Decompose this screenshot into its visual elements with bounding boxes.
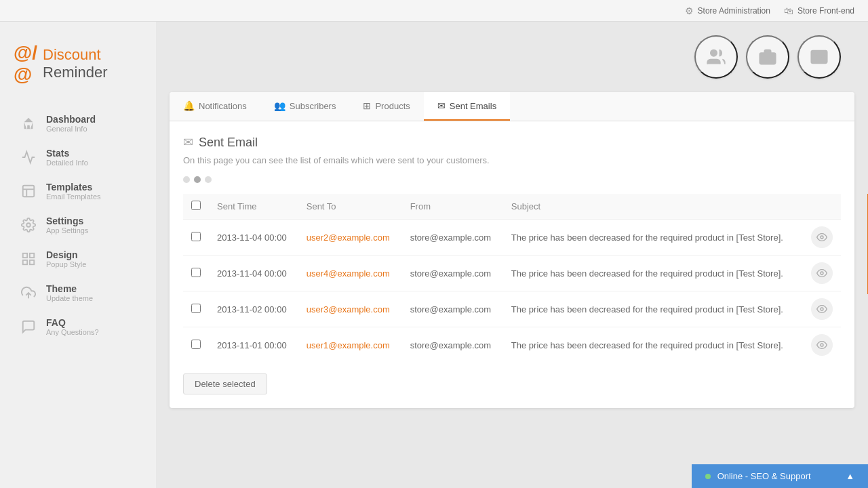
- faq-icon: [19, 317, 38, 336]
- row-checkbox-cell: [183, 220, 209, 256]
- dot-2: [194, 176, 201, 183]
- email-icon-btn[interactable]: [797, 35, 841, 79]
- row-checkbox-cell: [183, 327, 209, 363]
- select-all-checkbox[interactable]: [191, 201, 201, 210]
- sent-to-email-3[interactable]: user1@example.com: [307, 340, 390, 350]
- sent-emails-tab-icon: ✉: [437, 100, 446, 111]
- chevron-up-icon: ▲: [846, 471, 854, 481]
- dashboard-title: Dashboard: [46, 114, 96, 125]
- chart-icon: [19, 114, 38, 133]
- online-support-bar[interactable]: Online - SEO & Support ▲: [692, 464, 868, 488]
- templates-sub: Email Templates: [46, 192, 101, 201]
- tab-sent-emails[interactable]: ✉ Sent Emails: [424, 92, 510, 121]
- cell-sent-time-1: 2013-11-04 00:00: [209, 256, 298, 291]
- stats-sub: Detailed Info: [46, 159, 88, 167]
- cell-from-1: store@example.com: [402, 256, 503, 291]
- content-area: 🔔 Notifications 👥 Subscribers ⊞ Products…: [156, 22, 868, 488]
- cell-action-3: [803, 327, 841, 363]
- svg-rect-5: [30, 253, 34, 258]
- svg-point-3: [26, 223, 31, 227]
- store-admin-label: Store Administration: [698, 6, 770, 16]
- theme-text: Theme Update theme: [46, 283, 93, 302]
- row-checkbox-3[interactable]: [191, 340, 201, 349]
- cell-subject-1: The price has been decreased for the req…: [503, 256, 803, 291]
- header-sent-time: Sent Time: [209, 194, 298, 220]
- table-row: 2013-11-02 00:00 user3@example.com store…: [183, 291, 841, 327]
- design-sub: Popup Style: [46, 260, 86, 268]
- row-checkbox-2[interactable]: [191, 304, 201, 313]
- row-checkbox-1[interactable]: [191, 268, 201, 277]
- templates-icon: [19, 182, 38, 201]
- dashboard-text: Dashboard General Info: [46, 114, 96, 133]
- cell-subject-3: The price has been decreased for the req…: [503, 327, 803, 363]
- cell-from-3: store@example.com: [402, 327, 503, 363]
- admin-icon-btn[interactable]: [746, 35, 789, 79]
- dashboard-sub: General Info: [46, 125, 96, 133]
- view-button-2[interactable]: [811, 298, 833, 320]
- cell-action-1: [803, 256, 841, 291]
- stats-text: Stats Detailed Info: [46, 148, 88, 167]
- view-button-0[interactable]: [811, 226, 833, 248]
- sent-to-email-2[interactable]: user3@example.com: [307, 304, 390, 314]
- main-panel: 🔔 Notifications 👥 Subscribers ⊞ Products…: [170, 92, 854, 408]
- panel-title-text: Sent Email: [199, 136, 258, 150]
- svg-rect-7: [23, 260, 27, 264]
- cell-sent-to-1: user4@example.com: [298, 256, 402, 291]
- emails-table: Sent Time Sent To From Subject 2013-11-0…: [183, 194, 841, 363]
- row-checkbox-0[interactable]: [191, 232, 201, 241]
- sidebar-item-dashboard[interactable]: Dashboard General Info: [5, 107, 151, 140]
- title-envelope-icon: ✉: [183, 135, 193, 150]
- design-icon: [19, 249, 38, 268]
- logo-name: Discount Reminder: [43, 46, 107, 82]
- sidebar: @/@ Discount Reminder Dashboard General …: [0, 22, 156, 488]
- sidebar-item-settings[interactable]: Settings App Settings: [5, 209, 151, 241]
- view-button-3[interactable]: [811, 334, 833, 356]
- table-row: 2013-11-01 00:00 user1@example.com store…: [183, 327, 841, 363]
- theme-icon: [19, 283, 38, 302]
- stats-icon: [19, 148, 38, 167]
- row-checkbox-cell: [183, 256, 209, 291]
- tab-bar: 🔔 Notifications 👥 Subscribers ⊞ Products…: [170, 92, 854, 121]
- cell-sent-time-3: 2013-11-01 00:00: [209, 327, 298, 363]
- view-button-1[interactable]: [811, 262, 833, 284]
- sent-to-email-0[interactable]: user2@example.com: [307, 232, 390, 243]
- notifications-tab-icon: 🔔: [183, 100, 195, 111]
- header-checkbox-col: [183, 194, 209, 220]
- logo-area: @/@ Discount Reminder: [0, 35, 156, 106]
- svg-rect-4: [23, 253, 27, 258]
- sidebar-item-faq[interactable]: FAQ Any Questions?: [5, 310, 151, 343]
- header-from: From: [402, 194, 503, 220]
- store-admin-link[interactable]: ⚙ Store Administration: [685, 5, 770, 16]
- store-frontend-link[interactable]: 🛍 Store Front-end: [784, 5, 854, 16]
- tab-products-label: Products: [375, 101, 410, 111]
- svg-rect-0: [23, 186, 35, 197]
- tab-products[interactable]: ⊞ Products: [349, 92, 423, 121]
- sidebar-item-design[interactable]: Design Popup Style: [5, 243, 151, 275]
- cell-from-2: store@example.com: [402, 291, 503, 327]
- sent-to-email-1[interactable]: user4@example.com: [307, 268, 390, 279]
- tab-notifications[interactable]: 🔔 Notifications: [170, 92, 260, 121]
- faq-sub: Any Questions?: [46, 328, 99, 336]
- store-frontend-label: Store Front-end: [797, 6, 854, 16]
- templates-title: Templates: [46, 182, 101, 192]
- delete-selected-button[interactable]: Delete selected: [183, 373, 267, 394]
- svg-point-9: [711, 50, 717, 56]
- sidebar-item-templates[interactable]: Templates Email Templates: [5, 175, 151, 207]
- dot-3: [205, 176, 212, 183]
- cell-sent-time-0: 2013-11-04 00:00: [209, 220, 298, 256]
- settings-title: Settings: [46, 216, 88, 226]
- sidebar-item-stats[interactable]: Stats Detailed Info: [5, 141, 151, 174]
- sidebar-item-theme[interactable]: Theme Update theme: [5, 277, 151, 309]
- svg-point-13: [821, 236, 823, 239]
- tab-subscribers[interactable]: 👥 Subscribers: [260, 92, 350, 121]
- cell-from-0: store@example.com: [402, 220, 503, 256]
- faq-text: FAQ Any Questions?: [46, 317, 99, 336]
- cell-sent-time-2: 2013-11-02 00:00: [209, 291, 298, 327]
- users-icon-btn[interactable]: [694, 35, 738, 79]
- dot-1: [183, 176, 190, 183]
- tab-sent-emails-label: Sent Emails: [450, 101, 496, 111]
- online-label: Online - SEO & Support: [705, 471, 811, 481]
- svg-point-15: [821, 308, 823, 310]
- table-row: 2013-11-04 00:00 user4@example.com store…: [183, 256, 841, 291]
- panel-body: ✉ Sent Email On this page you can see th…: [170, 121, 854, 408]
